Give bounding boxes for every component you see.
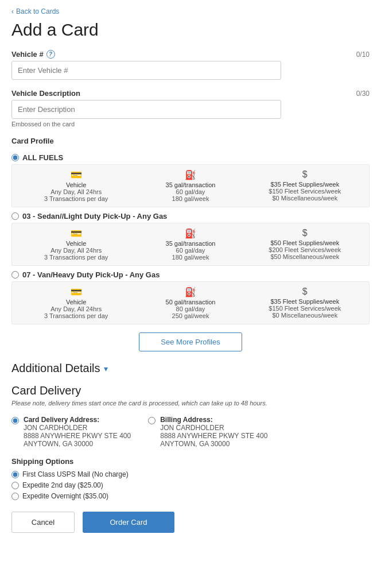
fuel-icon-1: ⛽ [133, 228, 247, 239]
profile-option-all-fuels: ALL FUELS 💳 Vehicle Any Day, All 24hrs 3… [11, 150, 370, 207]
shipping-radio-1[interactable] [11, 482, 19, 489]
profile-fuel-label-2: 50 gal/transaction [133, 299, 247, 305]
shipping-option-1: Expedite 2nd day ($25.00) [11, 481, 370, 489]
delivery-line1: 8888 ANYWHERE PKWY STE 400 [24, 432, 131, 440]
vehicle-number-count: 0/10 [356, 51, 370, 59]
see-more-profiles-button[interactable]: See More Profiles [139, 332, 242, 351]
vehicle-description-count: 0/30 [356, 90, 370, 98]
profile-vehicle-col-1: 💳 Vehicle Any Day, All 24hrs 3 Transacti… [19, 228, 133, 261]
delivery-name: JON CARDHOLDER [24, 424, 131, 432]
delivery-line2: ANYTOWN, GA 30000 [24, 440, 131, 448]
chevron-left-icon: ‹ [11, 7, 14, 16]
profile-money-line3-0: $0 Miscellaneous/week [248, 195, 362, 202]
shipping-option-0: First Class USPS Mail (No charge) [11, 470, 370, 478]
profile-money-label-1: $50 Fleet Supplies/week [248, 239, 362, 246]
profile-vehicle-label-0: Vehicle [19, 181, 133, 188]
shipping-options-section: Shipping Options First Class USPS Mail (… [11, 457, 370, 500]
vehicle-number-input[interactable] [11, 61, 281, 80]
profile-money-line3-1: $50 Miscellaneous/week [248, 253, 362, 260]
profile-details-van: 💳 Vehicle Any Day, All 24hrs 3 Transacti… [11, 281, 370, 324]
fuel-icon-2: ⛽ [133, 287, 247, 297]
profile-fuel-week-1: 180 gal/week [133, 254, 247, 261]
credit-card-icon-2: 💳 [19, 287, 133, 297]
shipping-label-0[interactable]: First Class USPS Mail (No charge) [22, 470, 129, 478]
profile-label-all-fuels[interactable]: ALL FUELS [22, 153, 63, 162]
page-title: Add a Card [11, 20, 370, 40]
billing-line1: 8888 ANYWHERE PKWY STE 400 [160, 432, 267, 440]
profile-fuel-day-1: 60 gal/day [133, 247, 247, 254]
profile-vehicle-label-1: Vehicle [19, 240, 133, 247]
additional-details-title: Additional Details [11, 362, 100, 375]
address-row: Card Delivery Address: JON CARDHOLDER 88… [11, 416, 370, 448]
profile-radio-van[interactable] [11, 271, 19, 278]
billing-address-label: Billing Address: [160, 416, 213, 424]
profile-vehicle-days-2: Any Day, All 24hrs [19, 305, 133, 312]
vehicle-description-group: Vehicle Description 0/30 Embossed on the… [11, 89, 370, 127]
profile-fuel-col-1: ⛽ 35 gal/transaction 60 gal/day 180 gal/… [133, 228, 247, 261]
profile-vehicle-txn-2: 3 Transactions per day [19, 312, 133, 319]
profile-money-line2-2: $150 Fleet Services/week [248, 305, 362, 312]
vehicle-number-help-icon[interactable]: ? [46, 50, 55, 59]
profile-fuel-week-2: 250 gal/week [133, 312, 247, 319]
delivery-address-label: Card Delivery Address: [24, 416, 99, 424]
profile-fuel-label-1: 35 gal/transaction [133, 240, 247, 247]
back-link-label: Back to Cards [16, 7, 59, 16]
vehicle-number-label: Vehicle # [11, 50, 44, 59]
profile-fuel-day-0: 60 gal/day [133, 188, 247, 195]
profile-details-sedan: 💳 Vehicle Any Day, All 24hrs 3 Transacti… [11, 223, 370, 266]
profile-radio-sedan[interactable] [11, 212, 19, 220]
billing-name: JON CARDHOLDER [160, 424, 267, 432]
card-profile-section: Card Profile ALL FUELS 💳 Vehicle Any Day… [11, 137, 370, 351]
cancel-button[interactable]: Cancel [11, 512, 75, 533]
profile-vehicle-col-0: 💳 Vehicle Any Day, All 24hrs 3 Transacti… [19, 169, 133, 202]
profile-fuel-col-0: ⛽ 35 gal/transaction 60 gal/day 180 gal/… [133, 169, 247, 202]
profile-fuel-day-2: 80 gal/day [133, 305, 247, 312]
profile-money-col-0: $ $35 Fleet Supplies/week $150 Fleet Ser… [248, 169, 362, 202]
profile-vehicle-label-2: Vehicle [19, 299, 133, 305]
profile-money-line2-1: $200 Fleet Services/week [248, 246, 362, 253]
profile-vehicle-days-0: Any Day, All 24hrs [19, 188, 133, 195]
profile-money-label-0: $35 Fleet Supplies/week [248, 181, 362, 188]
billing-line2: ANYTOWN, GA 30000 [160, 440, 267, 448]
delivery-note: Please note, delivery times start once t… [11, 400, 370, 407]
dollar-icon-1: $ [248, 228, 362, 238]
card-delivery-title: Card Delivery [11, 384, 370, 397]
fuel-icon-0: ⛽ [133, 169, 247, 180]
order-card-button[interactable]: Order Card [83, 512, 174, 533]
credit-card-icon-1: 💳 [19, 228, 133, 239]
profile-fuel-label-0: 35 gal/transaction [133, 181, 247, 188]
profile-vehicle-txn-0: 3 Transactions per day [19, 195, 133, 202]
shipping-radio-0[interactable] [11, 471, 19, 478]
shipping-option-2: Expedite Overnight ($35.00) [11, 492, 370, 500]
shipping-radio-2[interactable] [11, 493, 19, 500]
back-to-cards-link[interactable]: ‹ Back to Cards [11, 7, 59, 16]
additional-details-header[interactable]: Additional Details ▾ [11, 362, 370, 375]
shipping-label-2[interactable]: Expedite Overnight ($35.00) [22, 492, 108, 500]
vehicle-description-hint: Embossed on the card [11, 121, 370, 127]
profile-vehicle-col-2: 💳 Vehicle Any Day, All 24hrs 3 Transacti… [19, 287, 133, 319]
dollar-icon-0: $ [248, 169, 362, 180]
shipping-label-1[interactable]: Expedite 2nd day ($25.00) [22, 481, 103, 489]
dollar-icon-2: $ [248, 287, 362, 297]
card-profile-title: Card Profile [11, 137, 370, 145]
profile-option-van: 07 - Van/Heavy Duty Pick-Up - Any Gas 💳 … [11, 267, 370, 324]
shipping-options-title: Shipping Options [11, 457, 370, 466]
profile-label-van[interactable]: 07 - Van/Heavy Duty Pick-Up - Any Gas [22, 270, 160, 279]
profile-label-sedan[interactable]: 03 - Sedan//Light Duty Pick-Up - Any Gas [22, 212, 167, 220]
card-delivery-address-option: Card Delivery Address: JON CARDHOLDER 88… [11, 416, 131, 448]
chevron-down-icon: ▾ [104, 364, 108, 373]
vehicle-description-input[interactable] [11, 100, 281, 119]
profile-details-all-fuels: 💳 Vehicle Any Day, All 24hrs 3 Transacti… [11, 164, 370, 207]
profile-money-col-2: $ $35 Fleet Supplies/week $150 Fleet Ser… [248, 287, 362, 319]
vehicle-number-group: Vehicle # ? 0/10 [11, 50, 370, 80]
profile-fuel-col-2: ⛽ 50 gal/transaction 80 gal/day 250 gal/… [133, 287, 247, 319]
profile-vehicle-txn-1: 3 Transactions per day [19, 254, 133, 261]
delivery-address-radio[interactable] [11, 417, 19, 424]
profile-money-col-1: $ $50 Fleet Supplies/week $200 Fleet Ser… [248, 228, 362, 261]
billing-address-option: Billing Address: JON CARDHOLDER 8888 ANY… [148, 416, 267, 448]
billing-address-radio[interactable] [148, 417, 155, 424]
action-buttons-row: Cancel Order Card [11, 512, 370, 533]
profile-money-line3-2: $0 Miscellaneous/week [248, 312, 362, 319]
profile-radio-all-fuels[interactable] [11, 154, 19, 161]
profile-vehicle-days-1: Any Day, All 24hrs [19, 247, 133, 254]
